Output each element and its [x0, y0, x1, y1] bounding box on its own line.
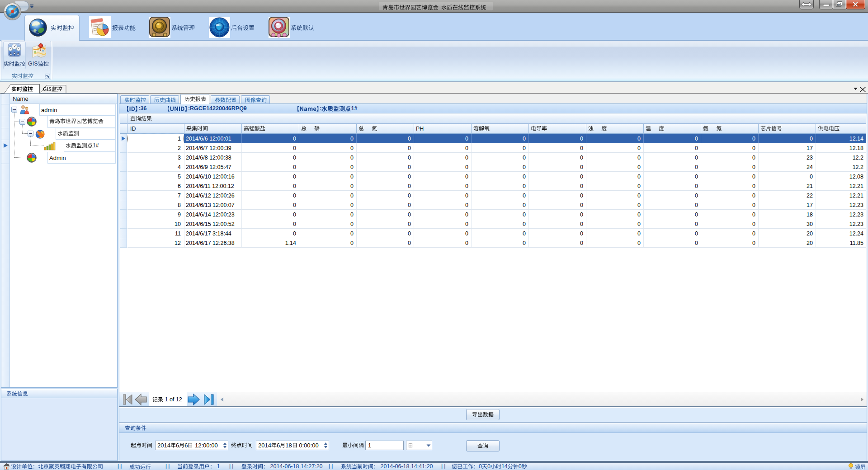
svg-text:E: E — [18, 10, 20, 13]
svg-text:N: N — [11, 4, 14, 7]
svg-text:W: W — [5, 10, 7, 13]
svg-text:S: S — [11, 17, 13, 20]
